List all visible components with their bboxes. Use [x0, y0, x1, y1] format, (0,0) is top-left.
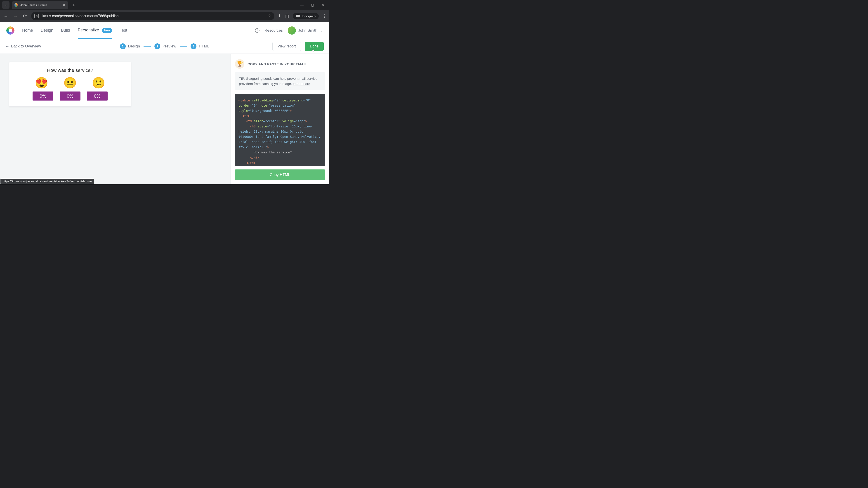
sub-bar: ← Back to Overview 1 Design 2 Preview 3 … — [0, 39, 329, 54]
nav-personalize[interactable]: Personalize New — [78, 22, 112, 39]
arrow-left-icon: ← — [5, 44, 9, 48]
code-output[interactable]: <table cellpadding="0" cellspacing="0" b… — [235, 94, 325, 166]
step-label: Design — [128, 44, 140, 48]
tip-callout: TIP: Staggering sends can help prevent m… — [235, 72, 325, 90]
tab-title: John Smith > Litmus — [20, 3, 47, 7]
step-html[interactable]: 3 HTML — [191, 43, 209, 49]
new-badge: New — [102, 28, 112, 33]
panel-header: 🏆 COPY AND PASTE IN YOUR EMAIL — [235, 59, 325, 69]
address-bar[interactable]: ⊟ litmus.com/personalize/documents/7868/… — [31, 12, 274, 20]
close-tab-icon[interactable]: ✕ — [63, 3, 66, 7]
incognito-icon — [296, 15, 300, 18]
survey-question: How was the service? — [16, 68, 124, 73]
learn-more-link[interactable]: Learn more — [293, 82, 310, 86]
emoji-love[interactable]: 😍 — [35, 77, 49, 88]
nav-build[interactable]: Build — [61, 23, 70, 38]
info-icon[interactable]: i — [255, 28, 259, 33]
status-bar-url: https://litmus.com/personalize/sentiment… — [0, 179, 94, 184]
incognito-badge[interactable]: Incognito — [293, 13, 319, 19]
step-connector — [144, 46, 151, 46]
nav-home[interactable]: Home — [22, 23, 33, 38]
percent-row: 0% 0% 0% — [16, 92, 124, 101]
browser-menu-icon[interactable]: ⋮ — [322, 13, 327, 19]
step-number: 3 — [191, 43, 197, 49]
browser-toolbar: ← → ⟳ ⊟ litmus.com/personalize/documents… — [0, 10, 329, 22]
panel-title: COPY AND PASTE IN YOUR EMAIL — [248, 62, 307, 66]
step-indicator: 1 Design 2 Preview 3 HTML — [120, 43, 209, 49]
window-controls: — ▢ ✕ — [299, 3, 327, 7]
favicon-icon — [14, 3, 18, 7]
chevron-down-icon: ⌄ — [320, 28, 323, 33]
main-nav: Home Design Build Personalize New Test i… — [0, 22, 329, 39]
preview-canvas: How was the service? 😍 😐 😕 0% 0% 0% — [0, 54, 230, 184]
survey-preview-card: How was the service? 😍 😐 😕 0% 0% 0% — [9, 62, 131, 107]
avatar — [288, 26, 296, 35]
step-connector — [180, 46, 187, 46]
percent-badge: 0% — [33, 92, 53, 101]
nav-design[interactable]: Design — [41, 23, 53, 38]
incognito-label: Incognito — [302, 14, 315, 18]
maximize-icon[interactable]: ▢ — [309, 3, 315, 7]
tip-prefix: TIP: — [239, 76, 246, 80]
percent-badge: 0% — [87, 92, 107, 101]
step-number: 2 — [154, 43, 160, 49]
cursor-icon: ✦ — [311, 48, 315, 53]
tab-search-dropdown[interactable]: ⌄ — [2, 1, 9, 9]
resources-link[interactable]: Resources — [265, 28, 283, 33]
app-root: Home Design Build Personalize New Test i… — [0, 22, 329, 184]
reload-button[interactable]: ⟳ — [22, 13, 28, 19]
user-menu[interactable]: John Smith ⌄ — [288, 26, 323, 35]
step-label: Preview — [162, 44, 176, 48]
step-preview[interactable]: 2 Preview — [154, 43, 176, 49]
copy-html-button[interactable]: Copy HTML — [235, 169, 325, 180]
step-number: 1 — [120, 43, 126, 49]
main-nav-links: Home Design Build Personalize New Test — [22, 22, 127, 39]
done-button[interactable]: Done ✦ — [305, 42, 324, 51]
back-button[interactable]: ← — [3, 13, 9, 19]
site-settings-icon[interactable]: ⊟ — [34, 14, 39, 18]
downloads-icon[interactable]: ⭳ — [278, 14, 282, 19]
browser-tabstrip: ⌄ John Smith > Litmus ✕ ＋ — ▢ ✕ — [0, 0, 329, 10]
emoji-confused[interactable]: 😕 — [92, 77, 105, 88]
browser-tab[interactable]: John Smith > Litmus ✕ — [12, 1, 68, 9]
trophy-icon: 🏆 — [235, 59, 244, 69]
step-label: HTML — [199, 44, 209, 48]
html-output-panel: 🏆 COPY AND PASTE IN YOUR EMAIL TIP: Stag… — [230, 54, 329, 184]
emoji-neutral[interactable]: 😐 — [63, 77, 77, 88]
content-area: How was the service? 😍 😐 😕 0% 0% 0% 🏆 CO… — [0, 54, 329, 184]
close-window-icon[interactable]: ✕ — [320, 3, 326, 7]
done-label: Done — [310, 44, 318, 48]
litmus-logo-icon[interactable] — [6, 26, 14, 35]
back-label: Back to Overview — [11, 44, 41, 48]
bookmark-star-icon[interactable]: ☆ — [268, 13, 271, 19]
nav-personalize-label: Personalize — [78, 28, 99, 32]
view-report-button[interactable]: View report — [272, 42, 301, 51]
url-text: litmus.com/personalize/documents/7868/pu… — [41, 14, 119, 18]
minimize-icon[interactable]: — — [299, 3, 305, 7]
sidepanel-icon[interactable]: ◫ — [285, 13, 289, 19]
back-to-overview-link[interactable]: ← Back to Overview — [5, 44, 41, 48]
forward-button: → — [12, 13, 19, 19]
percent-badge: 0% — [60, 92, 81, 101]
nav-test[interactable]: Test — [120, 23, 127, 38]
username-label: John Smith — [298, 28, 317, 33]
emoji-row: 😍 😐 😕 — [16, 77, 124, 88]
step-design[interactable]: 1 Design — [120, 43, 140, 49]
new-tab-button[interactable]: ＋ — [70, 2, 77, 8]
